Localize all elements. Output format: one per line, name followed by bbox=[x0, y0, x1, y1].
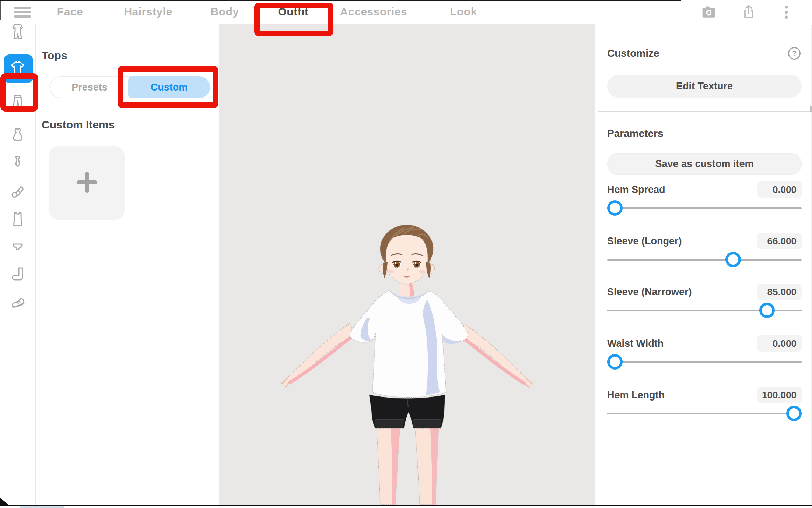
tab-look[interactable]: Look bbox=[450, 0, 477, 24]
plus-icon bbox=[75, 170, 99, 195]
tops-panel: Tops Presets Custom Custom Items bbox=[36, 24, 219, 505]
slider-track[interactable] bbox=[607, 207, 802, 209]
slider-row-sleeve-longer: Sleeve (Longer) 66.000 bbox=[607, 233, 802, 274]
presets-toggle-option[interactable]: Presets bbox=[50, 77, 129, 98]
save-as-custom-item-button[interactable]: Save as custom item bbox=[607, 153, 802, 175]
section-divider bbox=[598, 111, 811, 112]
camera-icon[interactable] bbox=[701, 4, 717, 20]
bottom-window-border bbox=[0, 505, 812, 506]
slider-value-field[interactable]: 0.000 bbox=[757, 181, 802, 198]
character-viewport[interactable] bbox=[219, 24, 595, 505]
slider-label: Hem Length bbox=[607, 387, 665, 403]
tab-face[interactable]: Face bbox=[57, 0, 83, 24]
add-custom-item-tile[interactable] bbox=[49, 146, 125, 220]
slider-knob[interactable] bbox=[725, 252, 741, 267]
slider-label: Sleeve (Longer) bbox=[607, 233, 682, 249]
slider-row-hem-length: Hem Length 100.000 bbox=[607, 387, 802, 428]
slider-value-field[interactable]: 66.000 bbox=[757, 233, 802, 249]
slider-row-waist-width: Waist Width 0.000 bbox=[607, 335, 802, 377]
slider-knob[interactable] bbox=[786, 406, 802, 421]
bottom-left-pointer bbox=[0, 498, 9, 507]
hairpin-icon[interactable] bbox=[9, 183, 27, 200]
tab-outfit[interactable]: Outfit bbox=[278, 0, 309, 24]
dress-icon[interactable] bbox=[9, 126, 27, 144]
window-left-border bbox=[0, 1, 1, 20]
sock-icon[interactable] bbox=[9, 265, 27, 283]
slider-value-field[interactable]: 85.000 bbox=[757, 284, 802, 300]
pants-icon[interactable] bbox=[9, 94, 27, 111]
tab-body[interactable]: Body bbox=[211, 0, 239, 24]
custom-toggle-option[interactable]: Custom bbox=[128, 76, 210, 98]
slider-knob[interactable] bbox=[607, 200, 623, 216]
parameters-title: Parameters bbox=[607, 128, 664, 140]
underwear-icon[interactable] bbox=[9, 238, 27, 256]
tops-panel-title: Tops bbox=[42, 49, 67, 62]
slider-row-sleeve-narrower: Sleeve (Narrower) 85.000 bbox=[607, 284, 802, 325]
hamburger-menu-icon[interactable] bbox=[14, 7, 31, 18]
tab-accessories[interactable]: Accessories bbox=[340, 0, 407, 24]
slider-row-hem-spread: Hem Spread 0.000 bbox=[607, 181, 802, 223]
tshirt-icon[interactable] bbox=[9, 60, 27, 78]
edit-texture-button[interactable]: Edit Texture bbox=[607, 75, 802, 98]
presets-custom-toggle: Presets Custom bbox=[49, 76, 209, 98]
kebab-menu-icon[interactable] bbox=[778, 4, 794, 20]
necktie-icon[interactable] bbox=[9, 154, 27, 172]
sneaker-icon[interactable] bbox=[9, 293, 27, 311]
slider-value-field[interactable]: 100.000 bbox=[757, 387, 802, 403]
slider-label: Waist Width bbox=[607, 335, 664, 352]
help-icon[interactable]: ? bbox=[788, 47, 801, 60]
custom-items-title: Custom Items bbox=[42, 119, 115, 131]
slider-track[interactable] bbox=[607, 259, 802, 261]
scrollbar-thumb[interactable] bbox=[810, 106, 812, 112]
character-canvas bbox=[219, 24, 595, 505]
customize-title: Customize bbox=[607, 47, 659, 59]
upload-icon[interactable] bbox=[741, 4, 757, 20]
tab-hairstyle[interactable]: Hairstyle bbox=[124, 0, 172, 24]
slider-track[interactable] bbox=[607, 361, 802, 363]
slider-value-field[interactable]: 0.000 bbox=[757, 335, 802, 352]
slider-knob[interactable] bbox=[759, 303, 775, 318]
slider-label: Sleeve (Narrower) bbox=[607, 284, 692, 300]
slider-knob[interactable] bbox=[607, 354, 623, 370]
slider-label: Hem Spread bbox=[607, 181, 665, 198]
onepiece-outfit-icon[interactable] bbox=[9, 23, 27, 40]
bottom-bar-accent bbox=[20, 506, 64, 508]
slider-track[interactable] bbox=[607, 413, 802, 414]
right-panel-scrollbar[interactable] bbox=[811, 25, 812, 505]
tanktop-icon[interactable] bbox=[9, 211, 27, 228]
customize-panel: Customize ? Edit Texture Parameters Save… bbox=[595, 24, 812, 505]
